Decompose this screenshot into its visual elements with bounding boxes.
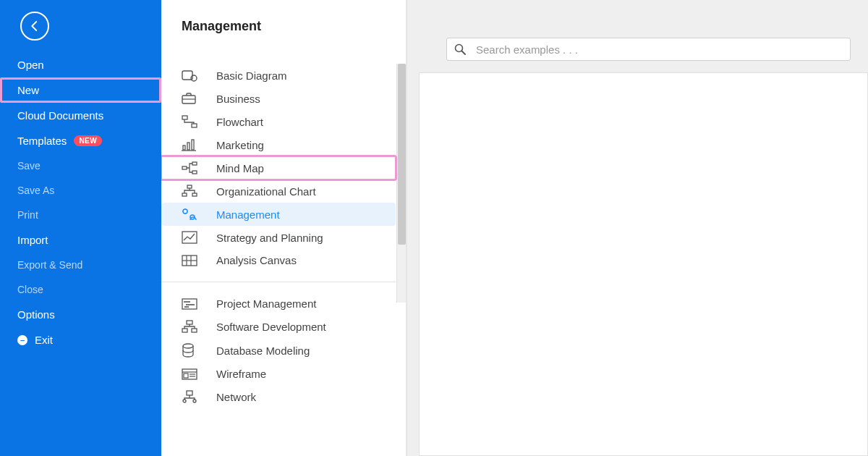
svg-rect-12 — [192, 171, 197, 174]
category-label: Database Modeling — [205, 345, 310, 357]
category-wireframe[interactable]: Wireframe — [161, 363, 396, 385]
search-box[interactable] — [446, 38, 851, 61]
category-mind-map[interactable]: Mind Map — [161, 156, 396, 180]
category-panel: Management Basic Diagram Business Flowch… — [161, 0, 407, 456]
category-management[interactable]: Management — [161, 203, 396, 226]
category-flowchart[interactable]: Flowchart — [161, 110, 396, 133]
sidebar-label: Cloud Documents — [17, 109, 103, 122]
database-icon — [182, 343, 205, 358]
category-label: Analysis Canvas — [205, 254, 297, 266]
category-label: Business — [205, 93, 260, 105]
category-list: Basic Diagram Business Flowchart Marketi… — [161, 64, 406, 408]
search-icon — [454, 43, 466, 55]
preview-canvas — [419, 72, 868, 456]
sidebar-label: Templates — [17, 135, 67, 147]
category-marketing[interactable]: Marketing — [161, 133, 396, 156]
svg-rect-11 — [192, 162, 197, 165]
arrow-left-icon — [28, 20, 41, 33]
sidebar-label: Open — [17, 59, 44, 71]
category-business[interactable]: Business — [161, 87, 396, 110]
sidebar-label: Print — [17, 209, 38, 221]
category-heading: Management — [161, 0, 406, 44]
sidebar-label: Save — [17, 160, 41, 172]
category-project-management[interactable]: Project Management — [161, 292, 396, 315]
sidebar-label: Options — [17, 308, 55, 321]
category-label: Basic Diagram — [205, 69, 287, 82]
category-divider — [161, 282, 396, 282]
sidebar-item-print[interactable]: Print — [0, 203, 161, 227]
svg-rect-4 — [182, 116, 187, 119]
svg-rect-23 — [182, 299, 197, 309]
category-label: Strategy and Planning — [205, 232, 323, 244]
sidebar-item-save[interactable]: Save — [0, 153, 161, 178]
line-chart-icon — [182, 231, 205, 244]
exit-icon: – — [17, 335, 27, 345]
category-strategy[interactable]: Strategy and Planning — [161, 226, 396, 249]
category-scroll: Basic Diagram Business Flowchart Marketi… — [161, 64, 406, 456]
svg-rect-8 — [192, 140, 194, 150]
svg-rect-14 — [182, 193, 187, 196]
gantt-icon — [182, 298, 205, 310]
new-badge: NEW — [74, 135, 102, 146]
svg-rect-18 — [182, 232, 197, 243]
canvas-grid-icon — [182, 255, 205, 266]
sidebar-label: New — [17, 84, 39, 96]
category-database-modeling[interactable]: Database Modeling — [161, 338, 396, 363]
briefcase-icon — [182, 92, 205, 105]
sidebar-item-templates[interactable]: TemplatesNEW — [0, 128, 161, 153]
management-icon — [182, 208, 205, 221]
basic-diagram-icon — [182, 69, 205, 82]
svg-rect-5 — [192, 124, 197, 127]
sidebar-item-options[interactable]: Options — [0, 302, 161, 327]
uml-icon — [182, 320, 205, 333]
file-menu-sidebar: Open New Cloud Documents TemplatesNEW Sa… — [0, 0, 161, 456]
category-label: Marketing — [205, 139, 264, 151]
category-label: Organizational Chart — [205, 185, 316, 198]
svg-point-37 — [183, 400, 186, 402]
svg-line-40 — [462, 51, 466, 55]
svg-rect-6 — [183, 145, 185, 150]
sidebar-label: Save As — [17, 185, 54, 196]
org-chart-icon — [182, 185, 205, 198]
wireframe-icon — [182, 368, 205, 380]
category-basic-diagram[interactable]: Basic Diagram — [161, 64, 396, 87]
sidebar-item-save-as[interactable]: Save As — [0, 178, 161, 203]
category-org-chart[interactable]: Organizational Chart — [161, 180, 396, 203]
category-label: Project Management — [205, 297, 316, 310]
svg-point-30 — [183, 344, 193, 348]
sidebar-item-export-send[interactable]: Export & Send — [0, 253, 161, 277]
svg-rect-7 — [187, 143, 190, 150]
mind-map-icon — [182, 161, 205, 174]
sidebar-item-close[interactable]: Close — [0, 277, 161, 302]
svg-rect-29 — [192, 329, 197, 332]
svg-rect-10 — [182, 166, 187, 169]
svg-point-38 — [193, 400, 196, 402]
category-label: Software Development — [205, 321, 326, 333]
preview-panel — [407, 0, 868, 456]
sidebar-label: Export & Send — [17, 259, 82, 271]
sidebar-item-import[interactable]: Import — [0, 227, 161, 253]
category-label: Wireframe — [205, 368, 266, 380]
svg-rect-36 — [187, 391, 192, 395]
sidebar-item-open[interactable]: Open — [0, 52, 161, 77]
sidebar-item-new[interactable]: New — [0, 77, 161, 103]
search-input[interactable] — [476, 43, 843, 56]
category-label: Network — [205, 391, 256, 403]
sidebar-item-cloud-documents[interactable]: Cloud Documents — [0, 103, 161, 128]
category-analysis-canvas[interactable]: Analysis Canvas — [161, 249, 396, 271]
sidebar-label: Close — [17, 284, 43, 295]
category-network[interactable]: Network — [161, 385, 396, 408]
sidebar-item-exit[interactable]: –Exit — [0, 327, 161, 352]
bar-chart-icon — [182, 138, 205, 151]
network-icon — [182, 390, 205, 403]
flowchart-icon — [182, 115, 205, 128]
svg-rect-27 — [187, 321, 192, 324]
back-button[interactable] — [20, 12, 49, 41]
svg-rect-33 — [184, 373, 188, 378]
category-software-development[interactable]: Software Development — [161, 315, 396, 338]
category-label: Mind Map — [205, 162, 264, 174]
svg-point-1 — [191, 75, 197, 81]
sidebar-label: Exit — [35, 334, 53, 346]
svg-rect-15 — [192, 193, 197, 196]
svg-rect-13 — [187, 185, 192, 188]
